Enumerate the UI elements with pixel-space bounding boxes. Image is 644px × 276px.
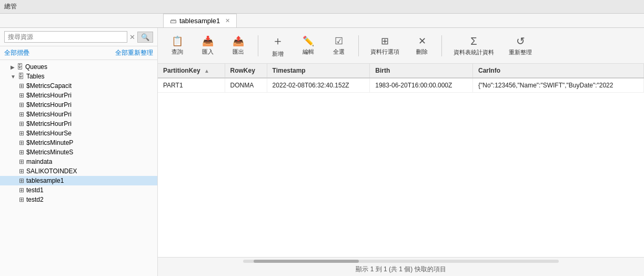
table-icon: ⊞ bbox=[19, 82, 24, 90]
table-icon: ⊞ bbox=[19, 111, 24, 118]
sidebar-item-tables[interactable]: ▼ 🗄 Tables bbox=[0, 72, 157, 81]
table-icon: ⊞ bbox=[19, 177, 24, 184]
table-label: $MetricsHourPri bbox=[26, 92, 72, 99]
table-container: PartitionKey ▲ RowKey Timestamp Birth bbox=[158, 64, 644, 257]
table-label: $MetricsHourSe bbox=[26, 130, 72, 137]
table-label: tablesample1 bbox=[26, 177, 64, 184]
scroll-thumb bbox=[254, 260, 359, 263]
table-label: testd1 bbox=[26, 186, 44, 194]
import-button[interactable]: 📥 匯入 bbox=[195, 33, 221, 58]
table-label: SALIKOTOINDEX bbox=[26, 167, 77, 175]
col-rowkey[interactable]: RowKey bbox=[225, 64, 267, 78]
table-icon: ⊞ bbox=[19, 186, 24, 194]
sidebar-item-testd2[interactable]: ⊞ testd2 bbox=[0, 195, 157, 204]
sidebar-links: 全部摺疊 全部重新整理 bbox=[0, 46, 157, 60]
export-label: 匯出 bbox=[233, 48, 244, 56]
table-icon: ⊞ bbox=[19, 130, 24, 137]
queues-arrow-icon: ▶ bbox=[11, 64, 15, 70]
sidebar-tree: ▶ 🗄 Queues ▼ 🗄 Tables ⊞ $MetricsCapacit … bbox=[0, 60, 157, 276]
col-carinfo[interactable]: CarInfo bbox=[472, 64, 643, 78]
table-icon: ⊞ bbox=[19, 149, 24, 156]
table-icon: ⊞ bbox=[19, 167, 24, 175]
edit-button[interactable]: ✏️ 編輯 bbox=[295, 33, 321, 58]
col-label: Birth bbox=[375, 67, 390, 74]
sidebar-item-testd1[interactable]: ⊞ testd1 bbox=[0, 185, 157, 195]
add-icon: ＋ bbox=[272, 33, 284, 49]
data-table: PartitionKey ▲ RowKey Timestamp Birth bbox=[158, 64, 644, 93]
import-icon: 📥 bbox=[202, 35, 214, 47]
select-all-label: 全選 bbox=[333, 48, 345, 56]
table-icon: ⊞ bbox=[19, 158, 24, 165]
table-icon: ⊞ bbox=[19, 139, 24, 146]
sidebar-item-metricsHourPri4[interactable]: ⊞ $MetricsHourPri bbox=[0, 119, 157, 129]
sidebar-item-queues[interactable]: ▶ 🗄 Queues bbox=[0, 62, 157, 72]
sidebar-item-metricsHourPri3[interactable]: ⊞ $MetricsHourPri bbox=[0, 110, 157, 119]
stats-button[interactable]: Σ 資料表統計資料 bbox=[448, 33, 499, 58]
sort-asc-icon: ▲ bbox=[204, 68, 209, 74]
cell-carinfo: {"No":123456,"Name":"SWIFT","BuyDate":"2… bbox=[472, 78, 643, 93]
refresh-all-link[interactable]: 全部重新整理 bbox=[115, 48, 153, 57]
sidebar-item-tablesample1[interactable]: ⊞ tablesample1 bbox=[0, 176, 157, 185]
col-label: PartitionKey bbox=[163, 67, 200, 74]
toolbar-separator-3 bbox=[441, 35, 442, 56]
tables-folder-icon: 🗄 bbox=[18, 73, 24, 80]
search-clear-button[interactable]: ✕ bbox=[129, 33, 135, 41]
tab-bar: 🗃 tablesample1 ✕ bbox=[0, 14, 644, 28]
add-button[interactable]: ＋ 新增 bbox=[265, 31, 291, 60]
top-bar: 總管 bbox=[0, 0, 644, 14]
tab-tablesample1[interactable]: 🗃 tablesample1 ✕ bbox=[163, 14, 237, 27]
table-row[interactable]: PART1 DONMA 2022-02-08T06:32:40.152Z 198… bbox=[158, 78, 644, 93]
col-timestamp[interactable]: Timestamp bbox=[267, 64, 370, 78]
sidebar-item-metricsMinuteS[interactable]: ⊞ $MetricsMinuteS bbox=[0, 147, 157, 157]
col-label: CarInfo bbox=[478, 67, 500, 74]
tab-label: tablesample1 bbox=[179, 17, 220, 25]
sidebar: ✕ 🔍 全部摺疊 全部重新整理 ▶ 🗄 Queues ▼ 🗄 Tables ⊞ … bbox=[0, 28, 158, 276]
app-title: 總管 bbox=[4, 3, 17, 10]
refresh-button[interactable]: ↺ 重新整理 bbox=[504, 33, 537, 58]
search-input[interactable] bbox=[4, 31, 127, 43]
delete-label: 刪除 bbox=[416, 48, 428, 56]
sidebar-item-metricsHourPri1[interactable]: ⊞ $MetricsHourPri bbox=[0, 91, 157, 100]
edit-icon: ✏️ bbox=[303, 35, 314, 47]
export-icon: 📤 bbox=[233, 35, 244, 47]
table-label: testd2 bbox=[26, 196, 44, 203]
sidebar-item-metricsHourPri2[interactable]: ⊞ $MetricsHourPri bbox=[0, 100, 157, 110]
table-label: $MetricsMinuteP bbox=[26, 139, 73, 146]
table-label: $MetricsHourPri bbox=[26, 101, 72, 109]
cell-birth: 1983-06-20T16:00:00.000Z bbox=[370, 78, 473, 93]
toolbar: 📋 查詢 📥 匯入 📤 匯出 ＋ 新增 ✏️ 編輯 ☑ 全選 bbox=[158, 28, 644, 64]
table-icon: ⊞ bbox=[19, 92, 24, 99]
select-all-button[interactable]: ☑ 全選 bbox=[326, 33, 352, 58]
col-label: RowKey bbox=[230, 67, 255, 74]
columns-button[interactable]: ⊞ 資料行選項 bbox=[365, 33, 405, 58]
columns-label: 資料行選項 bbox=[370, 48, 399, 56]
cell-rowkey: DONMA bbox=[225, 78, 267, 93]
sidebar-item-metricsCapacit[interactable]: ⊞ $MetricsCapacit bbox=[0, 81, 157, 91]
select-all-icon: ☑ bbox=[335, 35, 343, 47]
sidebar-item-salikotoindex[interactable]: ⊞ SALIKOTOINDEX bbox=[0, 166, 157, 176]
delete-button[interactable]: ✕ 刪除 bbox=[409, 33, 435, 58]
refresh-label: 重新整理 bbox=[509, 48, 532, 56]
content-area: 📋 查詢 📥 匯入 📤 匯出 ＋ 新增 ✏️ 編輯 ☑ 全選 bbox=[158, 28, 644, 276]
query-button[interactable]: 📋 查詢 bbox=[164, 33, 190, 58]
scroll-indicator[interactable] bbox=[243, 260, 559, 263]
export-button[interactable]: 📤 匯出 bbox=[225, 33, 251, 58]
status-text: 顯示 1 到 1 (共 1 個) 快取的項目 bbox=[356, 265, 446, 274]
tab-close-button[interactable]: ✕ bbox=[225, 17, 230, 24]
edit-label: 編輯 bbox=[303, 48, 314, 56]
tables-arrow-icon: ▼ bbox=[11, 74, 16, 80]
col-partitionkey[interactable]: PartitionKey ▲ bbox=[158, 64, 225, 78]
query-icon: 📋 bbox=[172, 35, 183, 47]
table-icon: ⊞ bbox=[19, 120, 24, 127]
queues-label: Queues bbox=[25, 63, 47, 71]
sidebar-item-maindata[interactable]: ⊞ maindata bbox=[0, 157, 157, 166]
table-label: $MetricsCapacit bbox=[26, 82, 72, 90]
queues-folder-icon: 🗄 bbox=[17, 63, 23, 71]
col-label: Timestamp bbox=[273, 67, 306, 74]
search-button[interactable]: 🔍 bbox=[137, 32, 153, 43]
sidebar-item-metricsMinuteP[interactable]: ⊞ $MetricsMinuteP bbox=[0, 138, 157, 147]
col-birth[interactable]: Birth bbox=[370, 64, 473, 78]
collapse-all-link[interactable]: 全部摺疊 bbox=[4, 48, 29, 57]
sidebar-item-metricsHourSe[interactable]: ⊞ $MetricsHourSe bbox=[0, 129, 157, 138]
toolbar-separator-2 bbox=[358, 35, 359, 56]
